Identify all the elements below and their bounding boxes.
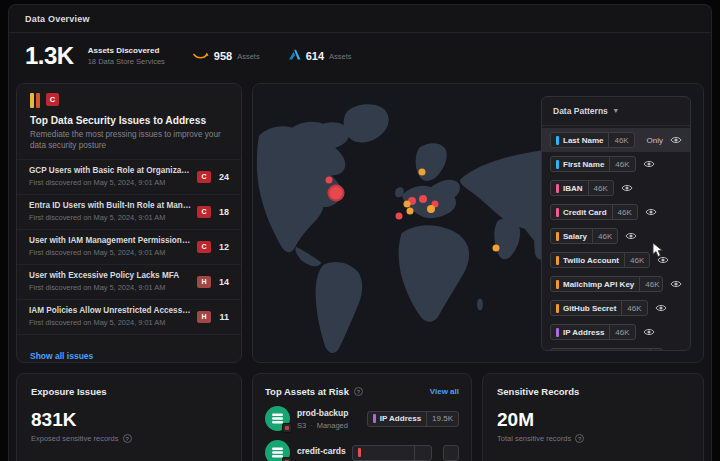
eye-icon[interactable] [670,279,682,289]
severity-badge: H [197,311,211,323]
data-store-services-label: 18 Data Store Services [88,57,165,66]
map-marker[interactable] [403,201,410,208]
top-issues-panel: C Top Data Security Issues to Address Re… [16,83,242,363]
pattern-color-bar [556,208,559,217]
issues-panel-title: Top Data Security Issues to Address [30,115,228,126]
asset-type: S3 [297,421,306,430]
sensitive-records-value: 20M [497,410,689,429]
asset-pattern-chip[interactable]: IP Address 19.5K [367,411,459,427]
exposure-issues-card: Exposure Issues 831K Exposed sensitive r… [16,373,242,461]
eye-icon[interactable] [645,207,657,217]
pattern-color-bar [556,328,559,337]
issue-row[interactable]: IAM Policies Allow Unrestricted Access t… [17,299,241,334]
pattern-count: 46K [610,328,634,337]
data-pattern-row[interactable]: Credit Card 46K [542,200,690,224]
issue-row[interactable]: User with IAM Management Permissions Lac… [17,229,241,264]
pattern-count: 46K [610,160,634,169]
data-pattern-row[interactable]: IBAN 46K [542,176,690,200]
data-pattern-chip[interactable]: GitHub Secret 46K [550,300,648,316]
issue-row[interactable]: User with Excessive Policy Lacks MFA Fir… [17,264,241,299]
severity-bars-icon [30,93,40,108]
data-pattern-chip[interactable]: Last Name 46K [550,132,635,148]
data-patterns-select[interactable]: Data Patterns [542,97,690,126]
map-marker[interactable] [395,213,402,220]
data-pattern-chip[interactable]: Credit Card 46K [550,204,638,220]
map-marker[interactable] [492,244,499,251]
severity-badge: H [197,276,211,288]
data-pattern-row[interactable]: Salary 46K [542,224,690,248]
pattern-color-bar [358,448,361,457]
help-icon[interactable] [123,434,132,443]
show-all-issues-link[interactable]: Show all issues [30,351,93,361]
view-all-link[interactable]: View all [430,387,459,396]
pattern-color-bar [556,304,559,313]
eye-icon[interactable] [643,327,655,337]
eye-icon[interactable] [655,303,667,313]
data-pattern-chip[interactable]: First Name 46K [550,156,636,172]
severity-badge: C [197,241,211,253]
help-icon[interactable] [575,434,584,443]
sensitive-records-title: Sensitive Records [497,386,689,397]
aws-icon [193,47,209,65]
issue-title: Entra ID Users with Built-In Role at Man… [29,201,191,210]
issue-title: GCP Users with Basic Role at Organizatio… [29,166,191,175]
overflow-chip[interactable] [443,445,459,461]
data-pattern-row[interactable]: Mailchimp API Key 46K [542,272,690,296]
stats-bar: 1.3K Assets Discovered 18 Data Store Ser… [9,33,711,81]
map-marker[interactable] [419,195,427,203]
map-marker[interactable] [427,205,435,213]
pattern-label: IP Address [563,328,604,337]
data-pattern-row[interactable]: IP Address 46K [542,320,690,344]
issue-count: 11 [217,312,229,322]
data-pattern-row[interactable]: Last Name 46K Only [542,128,690,152]
data-patterns-list: Last Name 46K Only First Name 46K IBAN 4… [542,126,690,350]
asset-pattern-chip[interactable] [352,445,432,461]
eye-icon[interactable] [670,135,682,145]
eye-icon[interactable] [643,159,655,169]
critical-badge: C [46,93,59,106]
data-pattern-chip[interactable]: Mailchimp API Key 46K [550,276,663,292]
map-marker[interactable] [328,185,345,202]
issue-discovered-date: First discovered on May 5, 2024, 9:01 AM [29,318,191,327]
data-pattern-chip[interactable]: IBAN 46K [550,180,614,196]
assets-discovered-label: Assets Discovered [88,46,165,55]
pattern-color-bar [556,280,559,289]
help-icon[interactable] [354,387,363,396]
severity-badge: C [197,171,211,183]
eye-icon[interactable] [621,183,633,193]
map-marker[interactable] [326,177,333,184]
issue-count: 14 [217,277,229,287]
pattern-color-bar [373,414,376,423]
s3-badge-icon [282,457,292,461]
issue-discovered-date: First discovered on May 5, 2024, 9:01 AM [29,213,191,222]
azure-assets-stat: 614 Assets [288,47,352,65]
assets-discovered-count: 1.3K [25,44,74,68]
datastore-icon [265,406,290,431]
top-assets-title: Top Assets at Risk [265,386,349,397]
data-pattern-chip[interactable]: Salary 46K [550,228,618,244]
issue-title: IAM Policies Allow Unrestricted Access t… [29,306,191,315]
asset-meta: S3 Managed [297,421,360,430]
pattern-color-bar [556,232,559,241]
data-pattern-chip[interactable] [550,348,663,350]
data-pattern-chip[interactable]: Twilio Account 46K [550,252,650,268]
only-button[interactable]: Only [647,136,663,145]
pattern-count: 46K [593,232,617,241]
eye-icon[interactable] [625,231,637,241]
issues-panel-subtitle: Remediate the most pressing issues to im… [30,129,228,152]
pattern-label: Credit Card [563,208,607,217]
pattern-label: Last Name [563,136,603,145]
data-pattern-row[interactable]: Twilio Account 46K [542,248,690,272]
asset-status: Managed [317,421,348,430]
map-marker[interactable] [419,169,426,176]
data-pattern-row[interactable]: First Name 46K [542,152,690,176]
data-pattern-chip[interactable]: IP Address 46K [550,324,636,340]
data-pattern-row[interactable]: GitHub Secret 46K [542,296,690,320]
map-marker[interactable] [406,208,413,215]
data-pattern-row[interactable] [542,344,690,350]
asset-row[interactable]: prod-backup S3 Managed IP Address 19.5K [265,406,459,431]
pattern-label: First Name [563,160,604,169]
asset-row[interactable]: credit-cards [265,440,459,461]
issue-row[interactable]: GCP Users with Basic Role at Organizatio… [17,159,241,194]
issue-row[interactable]: Entra ID Users with Built-In Role at Man… [17,194,241,229]
